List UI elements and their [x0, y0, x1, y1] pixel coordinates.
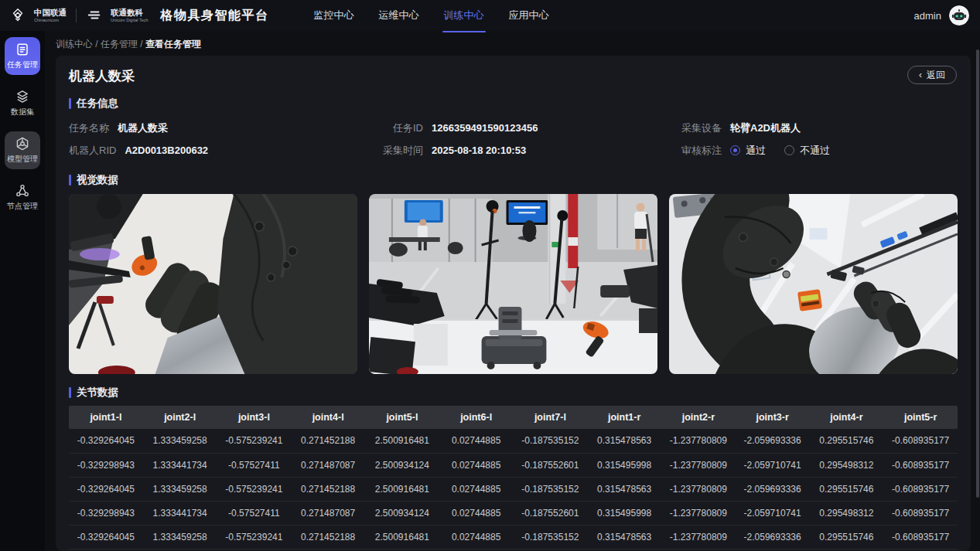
joint-value-cell: 1.333441734 [143, 501, 217, 525]
nodes-icon [15, 184, 29, 198]
joint-value-cell: -0.329298943 [69, 501, 143, 525]
joint-value-cell: 0.315478563 [587, 429, 661, 453]
left-wrist-camera-image[interactable] [69, 194, 357, 374]
right-wrist-camera-art [669, 194, 958, 374]
back-button-label: 返回 [927, 69, 945, 82]
field-label: 任务名称 [69, 121, 109, 135]
joint-value-cell: 2.500916481 [365, 477, 439, 501]
front-camera-image[interactable] [369, 194, 657, 374]
joint-value-cell: -1.237780809 [661, 525, 736, 549]
joint-value-cell: -0.329264045 [69, 525, 143, 549]
sidebar-item-nodes[interactable]: 节点管理 [5, 179, 40, 216]
page-title: 机器人数采 [69, 67, 958, 85]
sidebar: 任务管理数据集模型管理节点管理 [0, 31, 45, 551]
task-info-grid: 任务名称机器人数采任务ID1266359491590123456采集设备轮臂A2… [69, 117, 958, 162]
layers-icon [15, 90, 29, 104]
field-task-id: 任务ID1266359491590123456 [380, 121, 681, 135]
joint-value-cell: -0.608935177 [883, 453, 958, 477]
sidebar-item-tasks[interactable]: 任务管理 [5, 37, 40, 75]
joint-value-cell: -2.059693336 [736, 429, 810, 453]
joint-column-header: joint6-l [439, 406, 514, 429]
radio-fail[interactable]: 不通过 [784, 144, 830, 158]
task-info-section-title: 任务信息 [77, 97, 118, 111]
task-doc-icon [15, 43, 29, 56]
nav-item-application[interactable]: 应用中心 [507, 0, 551, 32]
joint-value-cell: -0.608935177 [883, 525, 958, 549]
breadcrumb-item[interactable]: 训练中心 [56, 39, 93, 49]
model-cube-icon [15, 137, 29, 151]
joint-value-cell: 0.02744885 [439, 453, 514, 477]
joint-value-cell: 1.333441734 [143, 453, 217, 477]
vertical-scrollbar[interactable] [976, 49, 979, 498]
joint-value-cell: 0.271452188 [291, 429, 365, 453]
sidebar-item-models[interactable]: 模型管理 [5, 131, 40, 169]
joint-value-cell: 0.295515746 [810, 477, 884, 501]
breadcrumb-item[interactable]: 任务管理 [101, 39, 138, 49]
app-root: 中国联通 Chinaunicom 联通数科 Unicom Digital Tec… [0, 0, 980, 551]
radio-pass[interactable]: 通过 [730, 144, 766, 158]
section-bar-icon [69, 98, 71, 109]
nav-item-operations[interactable]: 运维中心 [377, 0, 421, 32]
joint-value-cell: 2.500934124 [365, 453, 439, 477]
robot-avatar[interactable] [949, 5, 969, 26]
joint-value-cell: 0.271487087 [291, 453, 365, 477]
right-wrist-camera-image[interactable] [669, 194, 958, 374]
radio-label: 不通过 [800, 144, 830, 158]
china-unicom-knot-icon [9, 7, 26, 24]
sidebar-item-label: 数据集 [11, 107, 34, 117]
field-collect-time: 采集时间2025-08-18 20:10:53 [380, 144, 681, 158]
visual-data-section: 视觉数据 [69, 173, 958, 187]
joint-value-cell: -0.575239241 [217, 429, 292, 453]
unicom-cn-label: 中国联通 [34, 9, 67, 17]
platform-title: 格物具身智能平台 [161, 8, 269, 24]
joint-column-header: joint1-r [587, 406, 661, 429]
field-value: A2D0013B200632 [125, 145, 208, 156]
joint-value-cell: 0.315478563 [587, 525, 661, 549]
joint-value-cell: -2.059710741 [736, 453, 810, 477]
left-wrist-camera-art [69, 194, 357, 374]
joint-data-table: joint1-ljoint2-ljoint3-ljoint4-ljoint5-l… [69, 406, 958, 551]
joint-column-header: joint3-l [217, 406, 292, 429]
unicom-digital-tech-icon [86, 7, 103, 24]
field-label: 采集设备 [681, 121, 722, 135]
breadcrumb-separator: / [138, 39, 145, 49]
joint-value-cell: -2.059693336 [736, 477, 810, 501]
joint-value-cell: 0.271452188 [291, 477, 365, 501]
nav-item-training[interactable]: 训练中心 [442, 0, 486, 32]
joint-value-cell: 0.315495998 [587, 453, 661, 477]
back-arrow-icon: ‹ [919, 70, 922, 80]
field-label: 采集时间 [380, 144, 423, 158]
digitaltech-cn-label: 联通数科 [111, 9, 149, 17]
table-row: -0.3292640451.333459258-0.5752392410.271… [69, 429, 958, 453]
joint-value-cell: -0.608935177 [883, 429, 958, 453]
top-header: 中国联通 Chinaunicom 联通数科 Unicom Digital Tec… [0, 0, 980, 31]
field-label: 任务ID [380, 121, 423, 135]
joint-value-cell: -1.237780809 [661, 501, 736, 525]
radio-circle-icon [730, 145, 740, 155]
joint-value-cell: 0.315495998 [587, 501, 661, 525]
joint-column-header: joint4-r [810, 406, 884, 429]
joint-value-cell: -2.059693336 [736, 525, 810, 549]
joint-value-cell: -2.059710741 [736, 501, 810, 525]
detail-card: 机器人数采 ‹ 返回 任务信息 任务名称机器人数采任务ID12663594915… [56, 56, 971, 551]
joint-value-cell: -0.329264045 [69, 477, 143, 501]
table-row: -0.3292640451.333459258-0.5752392410.271… [69, 525, 958, 549]
camera-image-row [69, 194, 958, 374]
joint-value-cell: 0.271452188 [291, 525, 365, 549]
back-button[interactable]: ‹ 返回 [907, 66, 957, 84]
user-area[interactable]: admin [914, 5, 969, 26]
unicom-logo-text: 中国联通 Chinaunicom [34, 9, 67, 22]
username-label: admin [914, 10, 941, 22]
joint-value-cell: 0.315478563 [587, 477, 661, 501]
brand-divider [76, 9, 77, 22]
joint-column-header: joint3-r [736, 406, 810, 429]
joint-value-cell: -1.237780809 [661, 477, 736, 501]
field-label: 审核标注 [681, 144, 722, 158]
joint-value-cell: 0.02744885 [439, 429, 514, 453]
field-value: 机器人数采 [118, 121, 168, 135]
joint-value-cell: -0.187552601 [514, 453, 588, 477]
joint-value-cell: -0.57527411 [217, 453, 292, 477]
field-value: 1266359491590123456 [432, 122, 538, 134]
sidebar-item-datasets[interactable]: 数据集 [5, 84, 40, 122]
nav-item-monitoring[interactable]: 监控中心 [312, 0, 356, 32]
